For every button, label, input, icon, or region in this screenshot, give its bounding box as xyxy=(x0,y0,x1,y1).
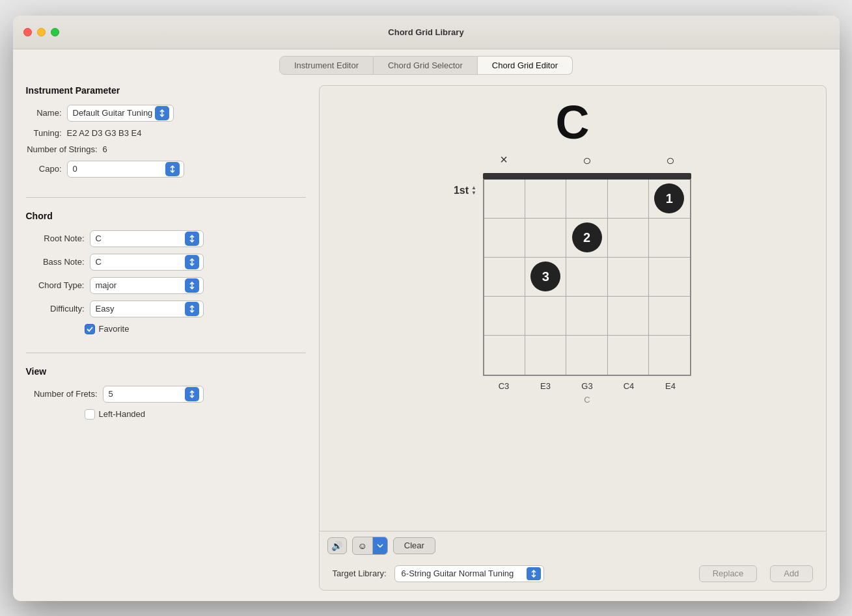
name-select-arrow xyxy=(155,106,169,120)
fret-grid[interactable]: 1 2 xyxy=(483,180,691,376)
fret-cell[interactable]: 2 xyxy=(566,219,607,258)
fret-cell[interactable] xyxy=(649,258,690,297)
capo-value: 0 xyxy=(73,164,163,174)
instrument-section: Instrument Parameter Name: Default Guita… xyxy=(26,85,306,198)
view-section: View Number of Frets: 5 Left-Handed xyxy=(26,366,306,438)
fret-cell[interactable] xyxy=(608,297,649,336)
target-library-row: Target Library: 6-String Guitar Normal T… xyxy=(320,560,826,590)
fret-indicator: 1st ▲ ▼ xyxy=(454,185,476,196)
fret-cell[interactable] xyxy=(525,180,566,219)
target-library-select[interactable]: 6-String Guitar Normal Tuning xyxy=(394,565,544,582)
maximize-button[interactable] xyxy=(51,28,59,36)
string-marker-3[interactable] xyxy=(612,152,646,169)
fret-cell[interactable]: 1 xyxy=(649,180,690,219)
bass-select[interactable]: C xyxy=(90,254,204,271)
fret-cell[interactable] xyxy=(649,336,690,375)
close-button[interactable] xyxy=(23,28,32,36)
tuning-row: Tuning: E2 A2 D3 G3 B3 E4 xyxy=(26,128,306,138)
frets-label: Number of Frets: xyxy=(26,389,98,399)
right-panel: C 1st ▲ ▼ × xyxy=(319,85,827,591)
fret-cell[interactable] xyxy=(608,336,649,375)
string-marker-0[interactable]: × xyxy=(487,152,521,169)
clear-button[interactable]: Clear xyxy=(393,537,435,554)
root-select[interactable]: C xyxy=(90,230,204,247)
capo-select[interactable]: 0 xyxy=(67,161,184,178)
window-controls xyxy=(23,28,59,36)
chord-section-title: Chord xyxy=(26,211,306,221)
fret-cell[interactable] xyxy=(484,297,525,336)
fret-cell[interactable] xyxy=(566,180,607,219)
fret-cell[interactable] xyxy=(649,297,690,336)
bass-select-arrow xyxy=(185,255,199,269)
fret-cell[interactable] xyxy=(608,258,649,297)
root-row: Root Note: C xyxy=(26,230,306,247)
fret-cell[interactable] xyxy=(649,219,690,258)
replace-button[interactable]: Replace xyxy=(699,565,758,582)
capo-row: Capo: 0 xyxy=(26,161,306,178)
type-select[interactable]: major xyxy=(90,277,204,294)
smiley-button[interactable]: ☺ xyxy=(352,537,388,555)
speaker-icon: 🔊 xyxy=(331,541,342,551)
grid-wrapper: × ○ ○ xyxy=(483,152,691,405)
fret-cell[interactable] xyxy=(608,219,649,258)
frets-select[interactable]: 5 xyxy=(103,386,204,403)
fret-cell[interactable] xyxy=(566,336,607,375)
chord-grid[interactable]: 1 2 xyxy=(483,173,691,376)
string-marker-1[interactable] xyxy=(529,152,562,169)
fret-cell[interactable]: 3 xyxy=(525,258,566,297)
favorite-checkbox[interactable] xyxy=(85,324,95,334)
fret-cell[interactable] xyxy=(484,336,525,375)
left-handed-row: Left-Handed xyxy=(85,409,306,420)
target-select-arrow xyxy=(527,567,541,580)
tuning-label: Tuning: xyxy=(26,128,62,138)
tabs-bar: Instrument Editor Chord Grid Selector Ch… xyxy=(13,49,840,75)
finger-dot-2[interactable]: 2 xyxy=(572,222,602,252)
view-section-title: View xyxy=(26,366,306,377)
string-marker-2[interactable]: ○ xyxy=(570,152,604,169)
speaker-button[interactable]: 🔊 xyxy=(327,537,347,554)
left-handed-checkbox[interactable] xyxy=(85,409,95,420)
chord-grid-container: 1st ▲ ▼ × ○ ○ xyxy=(454,152,691,405)
string-labels: C3 E3 G3 C4 E4 xyxy=(483,381,691,391)
fret-position: 1st xyxy=(454,185,469,196)
type-value: major xyxy=(96,280,182,290)
smiley-dropdown-arrow[interactable] xyxy=(373,537,387,554)
fret-cell[interactable] xyxy=(608,180,649,219)
chord-display: C 1st ▲ ▼ × xyxy=(320,86,826,531)
chord-note-label: C xyxy=(584,395,590,405)
fret-cell[interactable] xyxy=(566,258,607,297)
bottom-toolbar: 🔊 ☺ Clear xyxy=(320,531,826,560)
name-select[interactable]: Default Guitar Tuning xyxy=(67,105,174,122)
fret-cell[interactable] xyxy=(525,336,566,375)
root-value: C xyxy=(96,234,182,243)
string-marker-4[interactable]: ○ xyxy=(653,152,687,169)
name-label: Name: xyxy=(26,108,62,118)
fret-stepper[interactable]: ▲ ▼ xyxy=(471,185,476,196)
finger-dot-1[interactable]: 1 xyxy=(654,183,684,213)
root-select-arrow xyxy=(185,232,199,246)
difficulty-select[interactable]: Easy xyxy=(90,301,204,317)
fret-cell[interactable] xyxy=(484,219,525,258)
fret-cell[interactable] xyxy=(484,258,525,297)
favorite-row: Favorite xyxy=(85,324,306,334)
string-label-1: E3 xyxy=(529,381,562,391)
finger-dot-3[interactable]: 3 xyxy=(530,261,560,291)
frets-value: 5 xyxy=(109,389,182,399)
type-select-arrow xyxy=(185,278,199,293)
target-library-value: 6-String Guitar Normal Tuning xyxy=(402,569,527,578)
fret-cell[interactable] xyxy=(525,219,566,258)
type-label: Chord Type: xyxy=(26,280,85,290)
fret-cell[interactable] xyxy=(566,297,607,336)
fret-cell[interactable] xyxy=(525,297,566,336)
add-button[interactable]: Add xyxy=(770,565,812,582)
difficulty-row: Difficulty: Easy xyxy=(26,301,306,317)
frets-select-arrow xyxy=(185,387,199,401)
minimize-button[interactable] xyxy=(37,28,46,36)
main-window: Chord Grid Library Instrument Editor Cho… xyxy=(13,16,840,601)
tab-instrument-editor[interactable]: Instrument Editor xyxy=(279,56,374,75)
strings-row: Number of Strings: 6 xyxy=(26,144,306,154)
tab-chord-grid-editor[interactable]: Chord Grid Editor xyxy=(478,56,573,75)
tab-chord-grid-selector[interactable]: Chord Grid Selector xyxy=(374,56,478,75)
fret-cell[interactable] xyxy=(484,180,525,219)
name-value: Default Guitar Tuning xyxy=(73,108,153,118)
